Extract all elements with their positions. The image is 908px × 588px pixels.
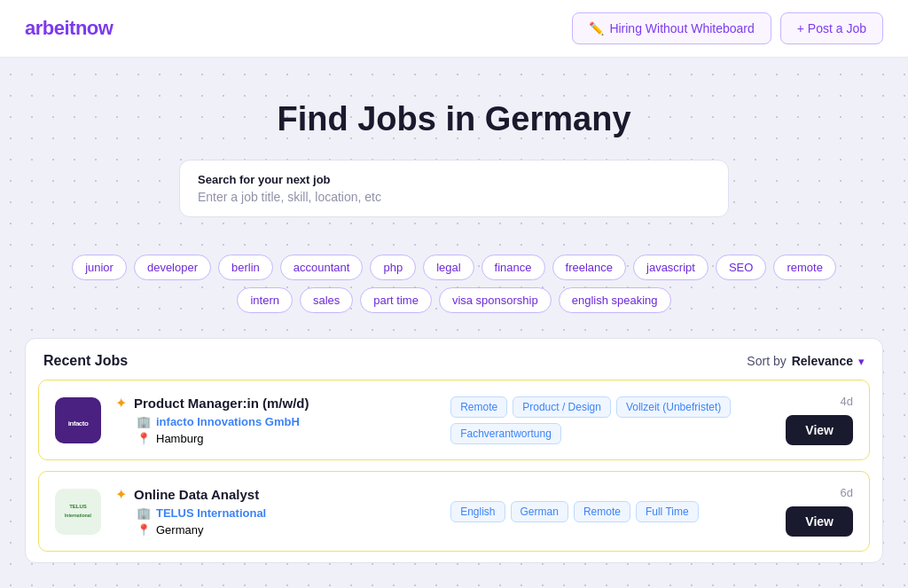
sparkle-icon: ✦ <box>115 395 127 412</box>
jobs-section: Recent Jobs Sort by Relevance ▾ infacto … <box>25 338 883 563</box>
location-icon: 📍 <box>137 432 151 445</box>
location-job2: Germany <box>156 523 203 537</box>
job-tag-full-time: Full Time <box>636 501 699 522</box>
company-name-job1: infacto Innovations GmbH <box>156 415 300 428</box>
tag-legal[interactable]: legal <box>423 255 474 280</box>
job-title-job1: Product Manager:in (m/w/d) <box>134 396 309 411</box>
header: arbeitnow ✏️ Hiring Without Whiteboard +… <box>0 0 908 58</box>
post-job-button[interactable]: + Post a Job <box>780 12 883 44</box>
view-job-button-job2[interactable]: View <box>786 506 853 537</box>
job-card-job2: TELUSInternational ✦ Online Data Analyst… <box>38 471 870 552</box>
tag-finance[interactable]: finance <box>481 255 545 280</box>
search-label: Search for your next job <box>198 173 710 186</box>
tag-developer[interactable]: developer <box>134 255 211 280</box>
tags-section: juniordeveloperberlinaccountantphplegalf… <box>0 239 908 322</box>
sort-by-label: Sort by <box>747 354 786 368</box>
hero-section: Find Jobs in Germany Search for your nex… <box>0 58 908 239</box>
company-logo-job1: infacto <box>55 397 101 443</box>
tag-SEO[interactable]: SEO <box>716 255 766 280</box>
location-job1: Hamburg <box>156 432 203 445</box>
tag-accountant[interactable]: accountant <box>280 255 364 280</box>
company-logo-job2: TELUSInternational <box>55 489 101 535</box>
logo-text1: arbeit <box>25 17 75 39</box>
job-tag-fachverantwortung: Fachverantwortung <box>450 423 561 444</box>
jobs-section-title: Recent Jobs <box>43 353 128 369</box>
tag-visa-sponsorship[interactable]: visa sponsorship <box>439 287 552 313</box>
job-card-job1: infacto ✦ Product Manager:in (m/w/d) 🏢 i… <box>38 380 870 460</box>
search-box[interactable]: Search for your next job Enter a job tit… <box>179 160 729 217</box>
job-info-job1: ✦ Product Manager:in (m/w/d) 🏢 infacto I… <box>115 395 436 445</box>
job-tag-product-/-design: Product / Design <box>513 396 611 418</box>
job-tags-job1: RemoteProduct / DesignVollzeit (Unbefris… <box>450 396 771 444</box>
tag-berlin[interactable]: berlin <box>218 255 273 280</box>
job-tag-english: English <box>450 501 505 522</box>
job-age-job1: 4d <box>841 395 853 408</box>
svg-text:TELUS: TELUS <box>69 504 87 509</box>
page-wrapper: arbeitnow ✏️ Hiring Without Whiteboard +… <box>0 0 908 588</box>
location-icon: 📍 <box>137 523 151 537</box>
tag-javascript[interactable]: javascript <box>633 255 708 280</box>
svg-rect-2 <box>59 492 98 531</box>
search-placeholder-text: Enter a job title, skill, location, etc <box>198 190 710 204</box>
sort-by-control[interactable]: Sort by Relevance ▾ <box>747 354 865 368</box>
job-tag-remote: Remote <box>574 501 630 522</box>
job-tag-vollzeit-(unbefristet): Vollzeit (Unbefristet) <box>616 396 731 418</box>
building-icon: 🏢 <box>137 415 151 428</box>
svg-text:International: International <box>65 513 92 518</box>
job-meta-job2: 6d View <box>786 486 853 537</box>
job-title-job2: Online Data Analyst <box>134 487 259 502</box>
hiring-whiteboard-button[interactable]: ✏️ Hiring Without Whiteboard <box>572 12 771 44</box>
tag-remote[interactable]: remote <box>773 255 835 280</box>
logo: arbeitnow <box>25 17 113 40</box>
jobs-list: infacto ✦ Product Manager:in (m/w/d) 🏢 i… <box>26 380 882 552</box>
job-tag-german: German <box>511 501 568 522</box>
sort-value: Relevance <box>792 354 853 368</box>
page-title: Find Jobs in Germany <box>18 100 890 138</box>
chevron-down-icon: ▾ <box>858 355 865 368</box>
tag-intern[interactable]: intern <box>237 287 293 313</box>
tag-php[interactable]: php <box>370 255 416 280</box>
header-actions: ✏️ Hiring Without Whiteboard + Post a Jo… <box>572 12 883 44</box>
pencil-icon: ✏️ <box>589 21 604 35</box>
job-meta-job1: 4d View <box>786 395 853 445</box>
jobs-header: Recent Jobs Sort by Relevance ▾ <box>26 339 882 380</box>
svg-text:infacto: infacto <box>68 419 89 427</box>
job-info-job2: ✦ Online Data Analyst 🏢 TELUS Internatio… <box>115 486 436 537</box>
building-icon: 🏢 <box>137 506 151 520</box>
tag-junior[interactable]: junior <box>72 255 127 280</box>
job-tag-remote: Remote <box>450 396 507 418</box>
tag-freelance[interactable]: freelance <box>552 255 626 280</box>
view-job-button-job1[interactable]: View <box>786 415 853 445</box>
company-name-job2: TELUS International <box>156 506 266 520</box>
logo-text2: now <box>75 17 114 39</box>
sparkle-icon: ✦ <box>115 486 127 503</box>
job-tags-job2: EnglishGermanRemoteFull Time <box>450 501 771 522</box>
tag-part-time[interactable]: part time <box>360 287 432 313</box>
tag-sales[interactable]: sales <box>300 287 353 313</box>
tag-english-speaking[interactable]: english speaking <box>559 287 671 313</box>
job-age-job2: 6d <box>841 486 853 499</box>
